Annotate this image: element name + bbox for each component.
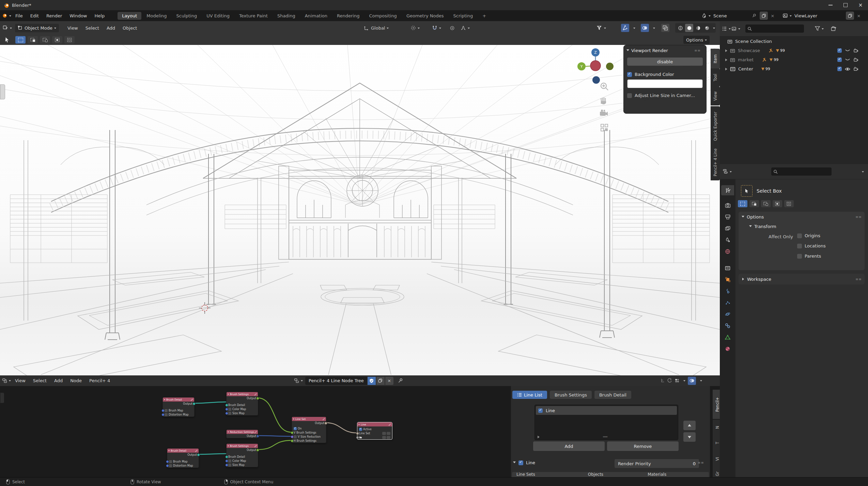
tab-line-list[interactable]: Line List: [512, 391, 547, 399]
parents-checkbox[interactable]: [797, 254, 802, 259]
tab-tool-properties[interactable]: [721, 185, 734, 195]
output-socket[interactable]: [256, 449, 259, 452]
list-resize-grip[interactable]: ══: [603, 435, 607, 439]
outliner-display-mode-icon[interactable]: [722, 25, 731, 33]
outliner-row-market[interactable]: market 99: [720, 55, 868, 64]
zoom-view-icon[interactable]: [599, 82, 609, 92]
properties-search-input[interactable]: [771, 167, 832, 176]
select-mode-new-icon[interactable]: [15, 36, 26, 44]
affect-parents-row[interactable]: Parents: [797, 254, 821, 259]
input-socket[interactable]: [166, 464, 169, 467]
tab-object-properties[interactable]: [721, 274, 734, 285]
workspace-tab-geometry-nodes[interactable]: Geometry Nodes: [402, 12, 448, 20]
mini-button[interactable]: [382, 436, 386, 439]
workspace-tab-texture-paint[interactable]: Texture Paint: [235, 12, 272, 20]
input-socket[interactable]: [225, 412, 228, 415]
line-panel-chevron[interactable]: [513, 461, 516, 465]
node-reduction-settings[interactable]: Reduction Settings Output: [226, 430, 258, 438]
node-brush-detail-2[interactable]: Brush Detail Output Brush Map Distortion…: [167, 448, 199, 468]
move-view-icon[interactable]: [599, 95, 609, 105]
move-item-down-button[interactable]: [683, 432, 696, 442]
node-brush-settings-2[interactable]: Brush Settings Output Brush Detail Color…: [226, 443, 258, 467]
menu-window[interactable]: Window: [66, 13, 91, 18]
shading-material-icon[interactable]: [694, 24, 702, 32]
input-socket[interactable]: [225, 464, 228, 467]
tab-scene-properties[interactable]: [721, 235, 734, 245]
background-color-swatch[interactable]: [627, 79, 703, 88]
tab-particle-properties[interactable]: [721, 297, 734, 308]
output-socket[interactable]: [324, 422, 327, 425]
options-button[interactable]: Options: [683, 36, 710, 44]
column-materials[interactable]: Materials: [648, 472, 666, 477]
affect-origins-row[interactable]: Origins: [797, 233, 820, 238]
mini-button[interactable]: [382, 432, 386, 435]
input-socket[interactable]: [356, 436, 359, 439]
view-layer-icon[interactable]: [782, 13, 788, 18]
input-socket[interactable]: [166, 460, 169, 463]
tab-output-properties[interactable]: [721, 212, 734, 222]
view-layer-copy-button[interactable]: [846, 12, 854, 20]
add-workspace-button[interactable]: +: [478, 12, 491, 20]
node-line-set[interactable]: Line Set Output On V Brush Settings V Si…: [292, 417, 326, 443]
overlays-toggle[interactable]: [641, 24, 649, 32]
overlays-chevron[interactable]: [653, 28, 655, 30]
input-socket[interactable]: [225, 455, 228, 458]
xray-toggle[interactable]: [661, 24, 669, 32]
select-mode-invert-icon[interactable]: [773, 200, 782, 207]
select-mode-intersect-icon[interactable]: [784, 200, 794, 207]
tab-brush-detail[interactable]: Brush Detail: [594, 391, 631, 399]
adjust-line-size-checkbox[interactable]: [627, 93, 632, 98]
input-socket[interactable]: [161, 413, 165, 416]
list-filter-expand-icon[interactable]: [538, 436, 541, 438]
input-socket[interactable]: [225, 408, 228, 411]
line-panel-menu-icon[interactable]: ≡≡: [698, 461, 704, 465]
toggle-perspective-icon[interactable]: [599, 123, 609, 133]
viewport-menu-view[interactable]: View: [64, 26, 82, 31]
background-color-checkbox[interactable]: [627, 72, 632, 77]
input-socket[interactable]: [291, 439, 294, 442]
select-mode-intersect-icon[interactable]: [64, 36, 75, 44]
input-socket[interactable]: [161, 409, 165, 412]
menu-edit[interactable]: Edit: [27, 13, 43, 18]
transform-orientation[interactable]: Global: [364, 26, 389, 31]
locations-checkbox[interactable]: [797, 244, 802, 248]
viewport-menu-select[interactable]: Select: [82, 26, 103, 31]
tab-collection-properties[interactable]: [721, 263, 734, 273]
workspace-tab-shading[interactable]: Shading: [273, 12, 300, 20]
output-socket[interactable]: [256, 435, 259, 438]
scene-copy-button[interactable]: [760, 12, 768, 20]
properties-options-chevron[interactable]: [862, 171, 864, 174]
camera-visibility-icon[interactable]: [853, 67, 859, 71]
line-list-box[interactable]: Line ══: [534, 405, 678, 440]
outliner-row-scene-collection[interactable]: Scene Collection: [720, 37, 868, 46]
tab-world-properties[interactable]: [721, 246, 734, 257]
sidebar-tab-item[interactable]: Item: [711, 49, 720, 69]
scene-name[interactable]: Scene: [713, 13, 746, 18]
camera-view-icon[interactable]: [599, 108, 609, 118]
netab-gr[interactable]: Gr: [713, 465, 720, 477]
mini-button[interactable]: [387, 432, 390, 435]
scene-browse-chevron[interactable]: [709, 15, 711, 18]
input-socket[interactable]: [291, 435, 294, 438]
expand-icon[interactable]: [725, 59, 729, 61]
editor-type-icon[interactable]: [3, 24, 12, 32]
tab-brush-settings[interactable]: Brush Settings: [550, 391, 592, 399]
netab-pencil[interactable]: Pencil+: [713, 390, 720, 419]
eye-closed-icon[interactable]: [845, 49, 850, 53]
maximize-button[interactable]: [838, 0, 853, 10]
workspace-tab-uv-editing[interactable]: UV Editing: [202, 12, 234, 20]
outliner-filter-icon[interactable]: [815, 25, 824, 33]
affect-locations-row[interactable]: Locations: [797, 243, 826, 248]
shading-solid-icon[interactable]: [685, 24, 693, 32]
add-line-button[interactable]: Add: [533, 441, 605, 451]
view-layer-remove-button[interactable]: ×: [855, 12, 863, 20]
shading-chevron[interactable]: [713, 28, 715, 30]
view-layer-browse-chevron[interactable]: [790, 15, 792, 18]
node-brush-detail-1[interactable]: Brush Detail Output Brush Map Distortion…: [162, 397, 195, 417]
tab-modifier-properties[interactable]: [721, 286, 734, 296]
exclude-checkbox[interactable]: [837, 48, 842, 53]
navigation-gizmo[interactable]: Z Y: [576, 48, 617, 88]
pin-icon[interactable]: [752, 13, 757, 18]
tab-material-properties[interactable]: [721, 344, 734, 354]
select-mode-subtract-icon[interactable]: [761, 200, 771, 207]
